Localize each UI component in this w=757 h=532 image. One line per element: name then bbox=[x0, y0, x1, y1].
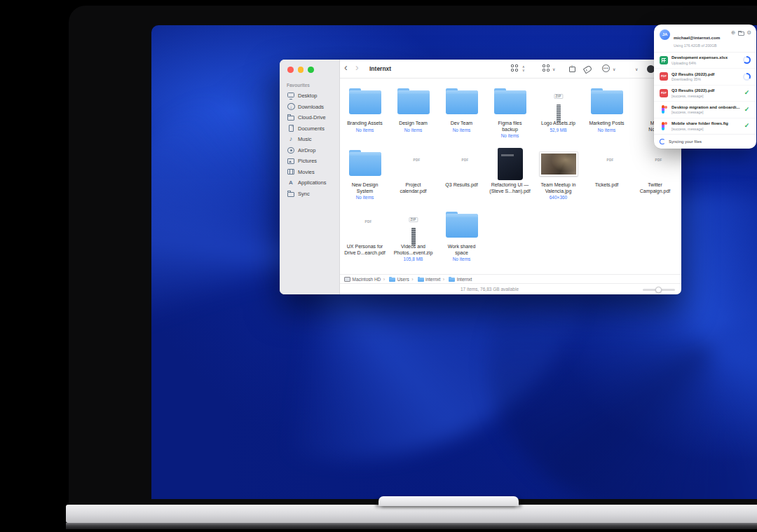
sync-file-name: Q3 Results (2022).pdf bbox=[671, 88, 740, 93]
file-type-icon bbox=[660, 72, 668, 81]
sync-file-row[interactable]: Desktop migration and onboardi... [succe… bbox=[654, 102, 756, 118]
sidebar-item-icon bbox=[287, 157, 295, 165]
file-subtitle: No items bbox=[501, 133, 519, 138]
file-icon bbox=[494, 86, 526, 119]
breadcrumb-item[interactable]: Macintosh HD bbox=[344, 276, 381, 282]
file-item[interactable]: Marketing Posts No items bbox=[582, 86, 631, 147]
file-item[interactable]: Design Team No items bbox=[389, 86, 437, 147]
file-subtitle: 105,8 MB bbox=[404, 257, 423, 261]
breadcrumb-label: Macintosh HD bbox=[353, 277, 381, 282]
file-item[interactable]: Figma files backup No items bbox=[486, 86, 534, 147]
account-info: michael@internxt.com Using 176.42GB of 2… bbox=[674, 29, 731, 48]
sidebar-list: Desktop Downloads Cloud-Drive Do bbox=[280, 90, 339, 199]
laptop-lid-notch bbox=[378, 496, 519, 506]
sync-file-text: Development expenses.xlsx Uploading 64% bbox=[671, 55, 740, 65]
sidebar-item-label: Movies bbox=[298, 169, 315, 175]
zoom-button[interactable] bbox=[308, 67, 314, 73]
file-name: Branding Assets bbox=[347, 121, 383, 127]
macbook-mockup: Favourites Desktop Downloads bbox=[0, 0, 757, 532]
sidebar-item[interactable]: Applications bbox=[280, 177, 339, 189]
file-icon bbox=[397, 86, 430, 119]
sidebar-item-icon bbox=[287, 190, 295, 198]
more-actions-button[interactable]: ••• bbox=[602, 64, 610, 72]
sidebar-item-label: Applications bbox=[298, 179, 326, 186]
file-item[interactable]: Project calendar.pdf bbox=[389, 147, 437, 209]
sidebar-item[interactable]: Sync bbox=[280, 189, 339, 200]
file-item[interactable]: Videos and Photos...event.zip 105,8 MB bbox=[389, 209, 437, 271]
toolbar-overflow-chevron-icon[interactable]: ∨ bbox=[635, 67, 638, 71]
file-item[interactable]: Branding Assets No items bbox=[341, 86, 389, 147]
sync-file-row[interactable]: Development expenses.xlsx Uploading 64% bbox=[654, 53, 756, 69]
sync-progress-indicator bbox=[743, 56, 751, 64]
file-item[interactable]: Q3 Results.pdf bbox=[437, 147, 486, 209]
file-subtitle: 52,9 MB bbox=[550, 128, 566, 132]
breadcrumb-icon bbox=[449, 276, 455, 282]
file-subtitle: No items bbox=[404, 128, 423, 132]
chevron-down-icon[interactable]: ∨ bbox=[552, 67, 555, 71]
minimize-button[interactable] bbox=[298, 67, 304, 73]
finder-sidebar: Favourites Desktop Downloads bbox=[280, 60, 340, 294]
sync-file-row[interactable]: Mobile share folder flows.fig [success, … bbox=[654, 118, 756, 135]
file-name: Twitter Campaign.pdf bbox=[640, 182, 671, 194]
file-icon bbox=[498, 147, 523, 181]
sync-file-row[interactable]: Q2 Results (2022).pdf Downloading 35% bbox=[654, 69, 756, 86]
file-item[interactable]: Refactoring UI — (Steve S...han).pdf bbox=[486, 147, 534, 209]
file-name: Q3 Results.pdf bbox=[445, 182, 477, 189]
gear-icon[interactable]: ⚙ bbox=[746, 30, 751, 36]
file-item[interactable]: Logo Assets.zip 52,9 MB bbox=[534, 86, 582, 147]
sync-file-name: Mobile share folder flows.fig bbox=[671, 121, 740, 125]
sidebar-item-label: Downloads bbox=[298, 104, 324, 110]
breadcrumb-item[interactable]: internxt bbox=[409, 276, 441, 282]
sync-file-row[interactable]: Q3 Results (2022).pdf [success, message] bbox=[654, 86, 756, 102]
sidebar-item[interactable]: Movies bbox=[280, 167, 339, 178]
icon-view-button[interactable] bbox=[511, 64, 518, 71]
sidebar-item[interactable]: Documents bbox=[280, 123, 339, 135]
sync-file-status: [success, message] bbox=[671, 94, 740, 98]
popover-footer: Syncing your files bbox=[654, 134, 756, 149]
chevron-down-icon[interactable]: ∨ bbox=[613, 67, 615, 71]
sidebar-item[interactable]: Desktop bbox=[280, 90, 339, 102]
tag-button[interactable] bbox=[583, 65, 593, 74]
file-type-icon bbox=[660, 105, 668, 114]
share-button[interactable]: ↑ bbox=[569, 64, 575, 72]
forward-button[interactable]: › bbox=[355, 62, 359, 73]
close-button[interactable] bbox=[287, 67, 294, 73]
file-subtitle: No items bbox=[356, 128, 374, 132]
breadcrumb-item[interactable]: Internxt bbox=[440, 276, 472, 282]
breadcrumb-item[interactable]: Users bbox=[381, 276, 409, 282]
file-item[interactable]: New Design System No items bbox=[341, 147, 389, 209]
sidebar-item[interactable]: Pictures bbox=[280, 156, 339, 167]
file-item[interactable]: Work shared space No items bbox=[437, 209, 486, 271]
file-item[interactable]: Twitter Campaign.pdf bbox=[631, 147, 679, 209]
file-item[interactable]: UX Personas for Drive D...earch.pdf bbox=[341, 209, 389, 271]
group-by-button[interactable] bbox=[543, 64, 550, 71]
file-item[interactable]: Team Meetup in Valencia.jpg 640×360 bbox=[534, 147, 582, 209]
globe-icon[interactable]: ⊕ bbox=[731, 30, 735, 36]
finder-window: Favourites Desktop Downloads bbox=[280, 60, 681, 294]
file-name: Work shared space bbox=[448, 244, 476, 256]
folder-icon[interactable] bbox=[738, 30, 744, 36]
sync-progress-indicator bbox=[743, 73, 751, 81]
slider-knob[interactable] bbox=[655, 287, 662, 293]
file-type-badge bbox=[554, 94, 563, 99]
file-subtitle: No items bbox=[453, 128, 471, 132]
sidebar-item[interactable]: Cloud-Drive bbox=[280, 112, 339, 123]
file-subtitle: No items bbox=[598, 128, 616, 132]
breadcrumb-label: Users bbox=[397, 277, 409, 282]
sync-progress-indicator bbox=[743, 106, 751, 114]
sidebar-item[interactable]: Downloads bbox=[280, 102, 339, 113]
sidebar-item[interactable]: Music bbox=[280, 134, 339, 145]
back-button[interactable]: ‹ bbox=[344, 62, 348, 73]
sidebar-item-label: AirDrop bbox=[298, 147, 315, 154]
view-sort-chevrons-icon[interactable]: ∧∨ bbox=[522, 65, 525, 71]
sidebar-item[interactable]: AirDrop bbox=[280, 145, 339, 156]
file-item[interactable]: Tickets.pdf bbox=[582, 147, 631, 209]
file-icon bbox=[349, 86, 381, 119]
file-item[interactable]: Dev Team No items bbox=[437, 86, 486, 147]
storage-usage: Using 176.42GB of 200GB bbox=[674, 43, 731, 48]
sidebar-item-icon bbox=[287, 146, 295, 154]
breadcrumb-icon bbox=[344, 276, 350, 282]
breadcrumb-label: Internxt bbox=[457, 277, 472, 282]
sync-file-list: Development expenses.xlsx Uploading 64% … bbox=[654, 52, 756, 135]
icon-size-slider[interactable] bbox=[643, 289, 675, 291]
